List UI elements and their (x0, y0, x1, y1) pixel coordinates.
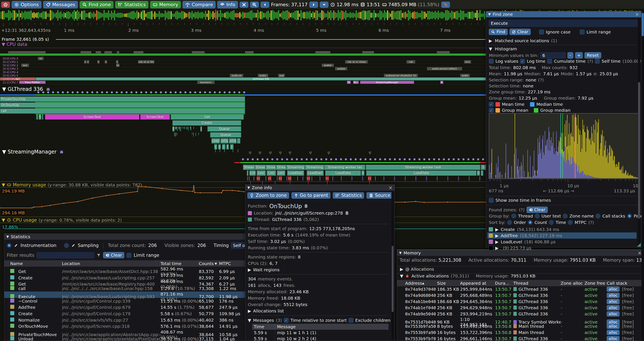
zone-info-button-go-to-parent[interactable]: Go to parent (292, 192, 330, 199)
timeline-zone[interactable]: Strear (255, 165, 266, 170)
messages-header[interactable]: ▼Messages(3) ✓Time relative to zone star… (248, 317, 388, 324)
time-relative-checkbox[interactable]: ✓ (284, 318, 288, 323)
find-button[interactable]: Find (489, 29, 508, 35)
timeline-zone[interactable]: ( (226, 144, 229, 150)
column-header-address[interactable]: Address ▲ (405, 280, 437, 286)
column-header-location[interactable]: Location (62, 261, 160, 266)
column-header-zone-free[interactable]: Zone free (584, 280, 607, 286)
toolbar-button-arrow-down-icon[interactable] (320, 2, 328, 8)
group-by-call-stacks[interactable] (596, 214, 600, 218)
found-zone-row[interactable]: ▶(9) 225.73 µs (487, 245, 636, 251)
cpu-core-row[interactable]: GLTGLThread 336[1:0] CPU 6 (0, 77, 486, 81)
timeline-zone[interactable]: LoaU (212, 138, 220, 144)
legend-checkbox[interactable]: ✓ (489, 108, 494, 113)
timeline-zone[interactable]: Strean (243, 165, 255, 170)
find-zone-scrollbar[interactable] (638, 18, 640, 246)
timeline-zone[interactable]: U (477, 170, 480, 176)
column-header-thread[interactable]: Thread (513, 280, 561, 286)
clear-found-button[interactable]: Clear (526, 207, 548, 213)
contention-zone[interactable]: C( (307, 176, 310, 181)
timeline-zone[interactable]: ( (214, 144, 217, 150)
resize-grip[interactable] (637, 243, 641, 247)
table-row[interactable]: 0x7553b9fbf016 bytes296,661,146ns13:50.7… (397, 335, 644, 341)
show-zone-time-checkbox[interactable] (489, 198, 494, 203)
alloc-callstack-button[interactable]: alloc (607, 330, 620, 335)
timeline-zone[interactable]: Streaming worker tas (324, 165, 365, 170)
exclude-children-checkbox[interactable] (349, 318, 353, 323)
cpu-core-zone[interactable]: audio. (258, 74, 268, 77)
timeline-zone[interactable]: Streaming (305, 165, 324, 170)
table-row[interactable]: 0x7553b9fa9016 bytes153,722,396ns13:50.8… (397, 329, 644, 335)
toolbar-button-options[interactable]: Options (12, 1, 41, 8)
cpu-core-row[interactable]: [0:4] CPU 4 (0, 70, 486, 74)
ignore-case-checkbox[interactable] (539, 30, 544, 34)
cpu-core-zone[interactable]: StreamingManager (360, 81, 414, 84)
cpu-core-zone[interactable]: aud (278, 74, 285, 77)
instrumentation-radio[interactable] (7, 243, 12, 248)
timeline-zone[interactable] (42, 114, 43, 120)
timeline-zone[interactable] (237, 138, 240, 144)
allocations-tree[interactable]: ▶@ Allocations (400, 267, 434, 272)
contention-zone[interactable]: C( (326, 176, 329, 181)
contention-zone[interactable]: C( (268, 176, 271, 181)
toolbar-button-find-zone[interactable]: Find zone (80, 1, 114, 8)
cpu-core-row[interactable]: audio.seaudio.audaudioserver (AudioOut_D… (0, 74, 486, 77)
alloc-callstack-button[interactable]: alloc (607, 324, 620, 329)
found-zone-row[interactable]: ▶LoadLevel(18) 406.88 µs (487, 239, 636, 245)
find-zone-histogram[interactable] (489, 113, 640, 179)
cpu-core-zone[interactable]: c (105, 60, 107, 63)
toolbar-button-memory[interactable]: Memory (150, 1, 181, 8)
cpu-core-row[interactable]: ccccccds_ol_rx_thrcds_ol_rx_threacdsmi:t… (0, 60, 486, 64)
zone-info-button-zoom-to-zone[interactable]: Zoom to zone (248, 192, 289, 199)
cpu-core-zone[interactable]: Trac (353, 81, 359, 84)
memory-table-header[interactable]: Address ▲SizeAppeared atDura...ThreadZon… (397, 280, 644, 286)
timeline-zone[interactable]: Get (171, 114, 244, 120)
active-allocations-tree[interactable]: ▼Active allocations(70,311)Memory usage:… (400, 273, 536, 278)
find-zone-titlebar[interactable]: ▼Find zone× (486, 11, 641, 17)
alloc-callstack-button[interactable]: alloc (607, 336, 620, 341)
timeline-zone[interactable]: LoadDaU (287, 170, 304, 176)
sampling-radio[interactable] (64, 243, 69, 248)
timeline-zone[interactable]: Create (172, 120, 241, 126)
cpu-core-zone[interactable]: audioe (335, 67, 347, 70)
zone-info-button-statistics[interactable]: Statistics (333, 192, 364, 199)
cpu-core-zone[interactable]: audios (322, 64, 334, 67)
column-header-zone-alloc[interactable]: Zone alloc (561, 280, 584, 286)
timeline-zone[interactable]: Strea (276, 165, 286, 170)
cpu-core-zone[interactable]: audio.service (effect) (427, 67, 462, 70)
cpu-core-zone[interactable]: c (87, 60, 89, 63)
group-by-zone-name[interactable] (563, 214, 568, 218)
zone-info-scrollbar[interactable] (392, 191, 394, 340)
table-row[interactable]: 0x74a9d37040186.35 KB295,999,844ns13:50.… (397, 286, 644, 292)
timeline-zone[interactable]: LoiUp (229, 138, 236, 144)
cpu-core-zone[interactable]: os (38, 57, 44, 60)
column-header-call-stack[interactable]: Call stack (607, 280, 644, 286)
timeline-zone[interactable]: Queue (210, 132, 241, 138)
toolbar-button-wifi-off-icon[interactable] (441, 2, 450, 8)
column-header-total-time[interactable]: Total time (160, 261, 199, 266)
timeline-zone[interactable]: LoU (256, 170, 266, 176)
timeline-zone[interactable]: |- (222, 144, 226, 150)
cpu-core-zone[interactable]: cds_ol_rx_thr (138, 60, 154, 63)
cpu-core-zone[interactable]: GLThread 336 (36, 77, 486, 80)
cpu-core-zone[interactable]: audio.se (230, 74, 243, 77)
timeline-zone[interactable]: call (0, 108, 245, 114)
cpu-core-row[interactable]: audioeaudio.service (effect)[0:3] CPU 3 (0, 67, 486, 71)
cpu-core-zone[interactable]: audio (460, 74, 470, 77)
timeline-zone[interactable]: E (172, 126, 174, 132)
cpu-core-zone[interactable]: cds (406, 60, 415, 63)
toolbar-button-info[interactable]: Info (217, 1, 238, 8)
zone-info-line[interactable]: ▶Allocations list (248, 308, 388, 314)
toolbar-button-compare[interactable]: Compare (183, 1, 216, 8)
cpu-core-zone[interactable] (356, 81, 358, 84)
cpu-core-row[interactable]: os[0:0] CPU 0 (0, 57, 486, 60)
clear-filter-button[interactable]: Clear (103, 252, 124, 258)
cpu-core-zone[interactable]: kv (116, 64, 119, 67)
zone-info-line[interactable]: ▶Wait regions (248, 267, 388, 273)
cpu-core-zone[interactable]: kworker/u (197, 81, 214, 84)
cpu-core-row[interactable]: auckvaudios[0:2] CPU 2 (0, 64, 486, 67)
alloc-callstack-button[interactable]: alloc (607, 305, 620, 310)
table-row[interactable]: 0x7531d7b04096 KB1:10 234,952,16112:40.7… (397, 317, 644, 323)
column-header-appeared-at[interactable]: Appeared at (460, 280, 495, 286)
cumulate-time-checkbox[interactable] (547, 59, 552, 64)
